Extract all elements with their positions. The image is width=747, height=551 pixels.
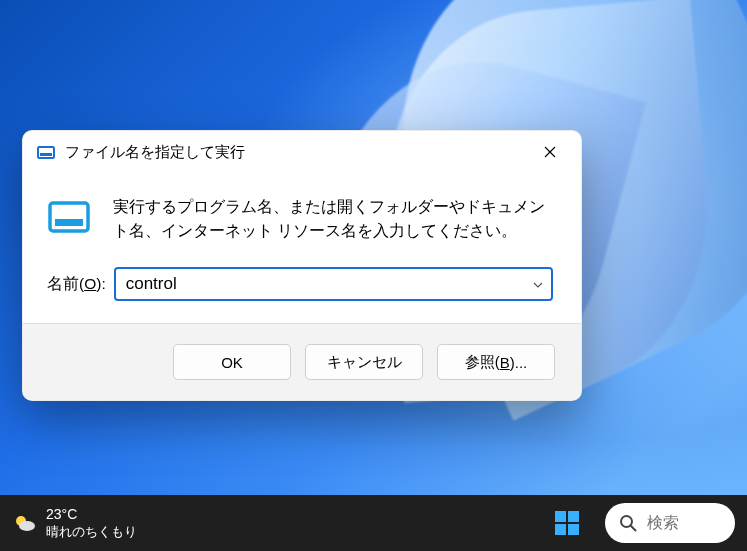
svg-rect-3: [55, 219, 83, 226]
run-icon: [37, 143, 55, 161]
cancel-button[interactable]: キャンセル: [305, 344, 423, 380]
svg-rect-9: [568, 524, 579, 535]
svg-rect-2: [50, 203, 88, 231]
start-button[interactable]: [545, 501, 589, 545]
run-icon-large: [47, 195, 91, 239]
name-input[interactable]: [126, 274, 527, 294]
svg-rect-1: [40, 153, 52, 156]
weather-condition: 晴れのちくもり: [46, 524, 137, 540]
weather-icon: [12, 511, 36, 535]
taskbar-search[interactable]: [605, 503, 735, 543]
name-label: 名前(O):: [47, 274, 106, 295]
svg-rect-0: [38, 147, 54, 158]
windows-logo-icon: [553, 509, 581, 537]
taskbar: 23°C 晴れのちくもり: [0, 495, 747, 551]
svg-rect-6: [555, 511, 566, 522]
svg-line-11: [631, 526, 636, 531]
name-combobox[interactable]: [114, 267, 553, 301]
search-input[interactable]: [647, 514, 695, 532]
dialog-titlebar: ファイル名を指定して実行: [23, 131, 581, 173]
browse-button[interactable]: 参照(B)...: [437, 344, 555, 380]
dialog-description: 実行するプログラム名、または開くフォルダーやドキュメント名、インターネット リソ…: [113, 195, 553, 243]
dialog-body: 実行するプログラム名、または開くフォルダーやドキュメント名、インターネット リソ…: [23, 173, 581, 263]
ok-button[interactable]: OK: [173, 344, 291, 380]
weather-temperature: 23°C: [46, 506, 137, 524]
chevron-down-icon[interactable]: [527, 278, 543, 290]
search-icon: [619, 514, 637, 532]
dialog-title: ファイル名を指定して実行: [65, 143, 527, 162]
svg-rect-7: [568, 511, 579, 522]
close-button[interactable]: [527, 133, 573, 171]
button-bar: OK キャンセル 参照(B)...: [23, 323, 581, 400]
svg-point-5: [19, 521, 35, 531]
svg-rect-8: [555, 524, 566, 535]
close-icon: [544, 146, 556, 158]
input-row: 名前(O):: [23, 263, 581, 323]
run-dialog: ファイル名を指定して実行 実行するプログラム名、または開くフォルダーやドキュメン…: [22, 130, 582, 401]
weather-widget[interactable]: 23°C 晴れのちくもり: [12, 506, 137, 540]
